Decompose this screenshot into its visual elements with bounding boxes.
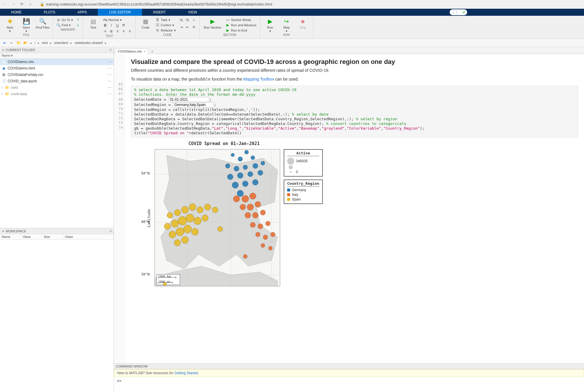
- reload-icon[interactable]: ⟳: [20, 2, 25, 7]
- tab-insert[interactable]: INSERT: [142, 9, 177, 16]
- selected-date-input[interactable]: [168, 97, 209, 102]
- size-legend: Active 346935 0: [284, 149, 323, 177]
- mono-button[interactable]: M: [121, 23, 126, 28]
- svg-point-46: [266, 221, 270, 226]
- svg-point-30: [192, 228, 199, 235]
- section-text: ▤Text AaNormal ▾ B I U M ≡ ≣ ≡ ≡ ≡ TEXT: [83, 16, 136, 39]
- csv-file-icon: ⊞: [2, 73, 6, 77]
- command-window-input[interactable]: >>: [114, 377, 584, 391]
- list-ol-button[interactable]: ≣: [109, 29, 114, 34]
- forward-icon[interactable]: →: [12, 2, 16, 7]
- run-advance-button[interactable]: ▶Run and Advance: [225, 23, 257, 27]
- align-left-button[interactable]: ≡: [115, 29, 120, 34]
- new-button[interactable]: ✚New▾: [3, 18, 17, 33]
- close-icon[interactable]: ×: [144, 50, 145, 53]
- control-dropdown[interactable]: ☷Control ▾: [155, 23, 176, 27]
- uncomment-button[interactable]: %: [185, 18, 190, 23]
- new-tab-button[interactable]: +: [150, 49, 155, 54]
- outdent-button[interactable]: ⇤: [185, 25, 190, 30]
- nav-back-icon[interactable]: ⬅: [2, 40, 7, 46]
- svg-point-16: [181, 206, 188, 213]
- panel-options-icon[interactable]: ⊙: [109, 229, 112, 233]
- task-dropdown[interactable]: ☰Task ▾: [155, 18, 176, 22]
- new-icon: ✚: [6, 18, 14, 25]
- svg-point-28: [176, 228, 184, 236]
- align-center-button[interactable]: ≡: [121, 29, 126, 34]
- svg-point-37: [249, 193, 256, 199]
- selected-region-input[interactable]: [173, 102, 214, 107]
- ws-col-value[interactable]: Value: [21, 234, 42, 239]
- file-row[interactable]: 📄COVID_data.ipynb⋯: [0, 78, 114, 84]
- italic-button[interactable]: I: [109, 23, 114, 28]
- svg-point-40: [255, 201, 261, 207]
- style-dropdown[interactable]: AaNormal ▾: [103, 18, 132, 22]
- bc-oneclient[interactable]: oneclient: [54, 41, 68, 45]
- tab-view[interactable]: VIEW: [177, 9, 208, 16]
- bc-mnt[interactable]: mnt: [42, 41, 48, 45]
- align-right-button[interactable]: ≡: [127, 29, 132, 34]
- svg-point-61: [261, 161, 265, 165]
- comment-button[interactable]: %: [179, 18, 184, 23]
- ws-col-name[interactable]: Name: [0, 234, 21, 239]
- cf-col-name[interactable]: Name ▾: [0, 53, 15, 58]
- code-block[interactable]: % select a date between 1st April 2020 a…: [131, 86, 578, 137]
- ws-col-size[interactable]: Size: [42, 234, 63, 239]
- list-ul-button[interactable]: ≡: [103, 29, 108, 34]
- file-row[interactable]: 📄COVIDdemo.mlx⋯: [0, 59, 114, 65]
- file-row[interactable]: ◉COVIDdemo.html⋯: [0, 65, 114, 72]
- find-button[interactable]: 🔍Find ▾: [56, 23, 74, 27]
- up-arrow-icon[interactable]: ⬆: [76, 18, 80, 22]
- current-folder-header[interactable]: ▼CURRENT FOLDER ⊙: [0, 47, 114, 53]
- file-row[interactable]: ⊞COVIDdataForItaly.csv⋯: [0, 72, 114, 78]
- svg-point-29: [183, 225, 192, 233]
- home-icon[interactable]: ⌂: [29, 2, 34, 7]
- step-button[interactable]: ↪Step▾: [280, 18, 294, 33]
- html-file-icon: ◉: [2, 66, 6, 70]
- mapping-toolbox-link[interactable]: Mapping Toolbox: [243, 77, 274, 81]
- ws-col-class[interactable]: Class: [63, 234, 114, 239]
- bc-root[interactable]: /: [34, 41, 35, 45]
- smart-indent-button[interactable]: ⟲: [191, 25, 196, 30]
- play-next-icon: ▶: [226, 23, 230, 27]
- tab-apps[interactable]: APPS: [66, 9, 98, 16]
- find-files-button[interactable]: 🔍Find Files: [36, 18, 50, 29]
- save-button[interactable]: 💾Save▾: [19, 18, 33, 33]
- folder-browse-icon[interactable]: 📂: [23, 40, 28, 46]
- folder-row[interactable]: ▸📁owid⋯: [0, 84, 114, 91]
- getting-started-link[interactable]: Getting Started: [174, 371, 198, 375]
- goto-button[interactable]: ◎Go To ▾: [56, 18, 74, 22]
- text-button[interactable]: ▤Text: [86, 18, 100, 29]
- indent-button[interactable]: ⇥: [179, 25, 184, 30]
- svg-point-63: [237, 173, 243, 178]
- svg-point-21: [164, 223, 171, 229]
- run-button[interactable]: ▶Run▾: [263, 18, 277, 33]
- folder-up-icon[interactable]: 📁: [16, 40, 21, 46]
- wrap-button[interactable]: ⤶: [191, 18, 196, 23]
- editor-content[interactable]: Visualize and compare the spread of COVI…: [125, 54, 584, 363]
- panel-options-icon[interactable]: ⊙: [109, 48, 112, 52]
- run-to-end-button[interactable]: ▶Run to End: [225, 28, 257, 33]
- quick-access-widget[interactable]: ⋮⋮✔: [450, 9, 467, 15]
- run-section-button[interactable]: ▶Run Section: [202, 18, 223, 29]
- svg-point-50: [261, 243, 265, 248]
- bold-button[interactable]: B: [103, 23, 108, 28]
- folder-row[interactable]: ▸📁covid-data⋯: [0, 91, 114, 97]
- tab-home[interactable]: HOME: [0, 9, 33, 16]
- nav-forward-icon[interactable]: ➡: [9, 40, 14, 46]
- down-arrow-icon[interactable]: ⬇: [76, 23, 80, 27]
- tab-plots[interactable]: PLOTS: [33, 9, 66, 16]
- code-button[interactable]: ▦Code: [138, 18, 153, 29]
- section-break-button[interactable]: ▭Section Break: [225, 18, 257, 22]
- refactor-dropdown[interactable]: ⎘Refactor ▾: [155, 28, 176, 33]
- url-bar[interactable]: 🔒 training.notebooks.egi.eu/user/3fae8ba…: [40, 2, 272, 6]
- stop-button[interactable]: ■Stop: [296, 18, 310, 29]
- task-icon: ☰: [155, 18, 160, 22]
- tab-live-editor[interactable]: LIVE EDITOR: [98, 9, 142, 16]
- underline-button[interactable]: U: [115, 23, 120, 28]
- editor-tab[interactable]: COVIDdemo.mlx×: [115, 48, 148, 54]
- svg-point-33: [218, 227, 223, 232]
- back-icon[interactable]: ←: [3, 2, 8, 7]
- workspace-header[interactable]: ▼WORKSPACE ⊙: [0, 228, 114, 234]
- bc-notebooks-shared[interactable]: notebooks-shared: [74, 41, 103, 45]
- command-window-header[interactable]: COMMAND WINDOW: [114, 364, 584, 369]
